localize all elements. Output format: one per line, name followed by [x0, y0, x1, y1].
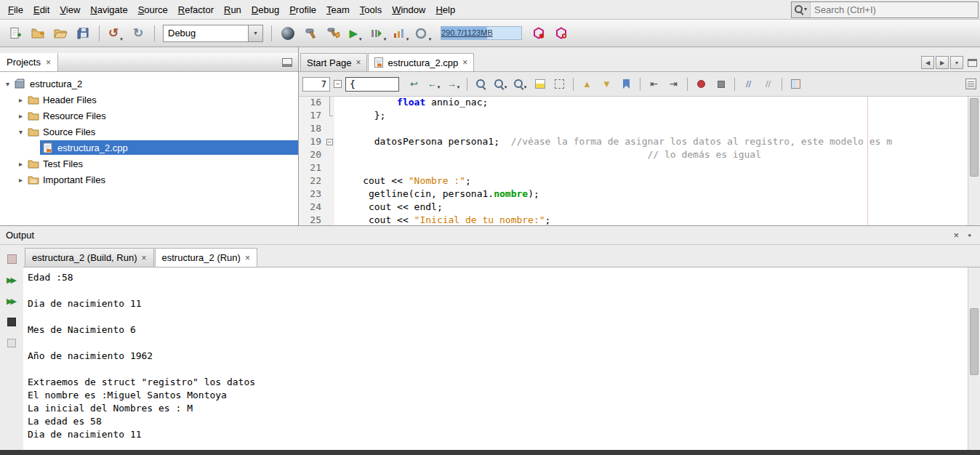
find-icon[interactable]: [472, 76, 490, 92]
menu-window[interactable]: Window: [387, 1, 430, 19]
output-scrollbar-thumb[interactable]: [970, 308, 979, 375]
output-tab-build-run[interactable]: estructura_2 (Build, Run) ×: [25, 248, 154, 267]
menu-navigate[interactable]: Navigate: [85, 1, 132, 19]
profile-project-button[interactable]: ▾: [390, 23, 411, 44]
line-number[interactable]: 23: [299, 188, 325, 201]
menu-view[interactable]: View: [55, 1, 85, 19]
tree-item-resource-files[interactable]: ▸ Resource Files: [0, 108, 298, 124]
previous-bookmark-icon[interactable]: ▲: [578, 76, 596, 92]
editor-scrollbar-thumb[interactable]: [970, 98, 979, 177]
menu-source[interactable]: Source: [133, 1, 173, 19]
scroll-tabs-right-button[interactable]: ▶: [936, 56, 949, 69]
toggle-highlight-icon[interactable]: [531, 76, 549, 92]
save-all-button[interactable]: [72, 23, 94, 44]
minimize-panel-button[interactable]: [282, 58, 292, 67]
code-text[interactable]: };: [334, 110, 385, 123]
menu-help[interactable]: Help: [430, 1, 460, 19]
current-line-box[interactable]: 7: [302, 77, 330, 92]
rerun-with-params-button[interactable]: ▶▶: [4, 293, 20, 309]
line-number[interactable]: 19: [299, 136, 325, 149]
combo-dropdown-button[interactable]: ▾: [248, 25, 262, 41]
tab-estructura-2-cpp[interactable]: estructura_2.cpp ×: [368, 53, 474, 71]
code-text[interactable]: getline(cin, persona1.nombre);: [334, 188, 539, 201]
redo-button[interactable]: ↻: [127, 23, 149, 44]
search-input[interactable]: [811, 3, 978, 17]
find-next-icon[interactable]: ▾: [491, 76, 510, 92]
line-number[interactable]: 22: [299, 175, 325, 188]
run-project-button[interactable]: ▶▾: [345, 23, 366, 44]
fold-column[interactable]: −: [325, 136, 334, 149]
tree-item-important-files[interactable]: ▸ Important Files: [0, 172, 298, 188]
tab-start-page[interactable]: Start Page ×: [300, 53, 367, 71]
quick-search[interactable]: ▾: [791, 1, 979, 18]
comment-icon[interactable]: //: [739, 76, 758, 92]
insert-profiling-point-button[interactable]: [529, 23, 550, 44]
chevron-collapsed-icon[interactable]: ▸: [16, 160, 25, 168]
shift-left-icon[interactable]: ⇤: [645, 76, 663, 92]
run-history-button[interactable]: ▾: [412, 23, 434, 44]
code-text[interactable]: float annio_nac;: [334, 97, 488, 110]
menu-file[interactable]: File: [3, 1, 28, 19]
line-number[interactable]: 20: [299, 149, 325, 162]
clear-output-button[interactable]: [4, 335, 20, 351]
code-text[interactable]: // lo demás es igual: [334, 149, 761, 162]
output-options-button[interactable]: [4, 251, 20, 267]
scroll-tabs-left-button[interactable]: ◀: [921, 56, 934, 69]
menu-run[interactable]: Run: [219, 1, 246, 19]
debug-project-button[interactable]: ▾: [367, 23, 389, 44]
menu-tools[interactable]: Tools: [355, 1, 387, 19]
profiling-points-window-button[interactable]: [551, 23, 573, 44]
editor-scrollbar[interactable]: [968, 97, 980, 225]
stop-macro-recording-icon[interactable]: [712, 76, 730, 92]
code-area[interactable]: 16 float annio_nac;17 };1819− datosPerso…: [299, 97, 980, 225]
toggle-bookmark-icon[interactable]: [617, 76, 635, 92]
code-text[interactable]: cout << "Nombre :";: [334, 175, 471, 188]
output-text[interactable]: Edad :58 Dia de nacimiento 11 Mes de Nac…: [23, 267, 968, 450]
tree-item-test-files[interactable]: ▸ Test Files: [0, 156, 298, 172]
close-icon[interactable]: ×: [356, 58, 361, 67]
tree-item-header-files[interactable]: ▸ Header Files: [0, 92, 298, 108]
chevron-collapsed-icon[interactable]: ▸: [16, 112, 25, 120]
menu-edit[interactable]: Edit: [28, 1, 55, 19]
close-icon[interactable]: ×: [46, 58, 51, 67]
memory-indicator-button[interactable]: 290.7/1123MB: [441, 26, 522, 40]
line-number[interactable]: 25: [299, 214, 325, 225]
last-edit-icon[interactable]: ↩: [405, 76, 423, 92]
start-macro-recording-icon[interactable]: [692, 76, 710, 92]
output-text-area[interactable]: Edad :58 Dia de nacimiento 11 Mes de Nac…: [23, 267, 980, 450]
line-number[interactable]: 16: [299, 97, 325, 110]
chevron-expanded-icon[interactable]: ▾: [16, 128, 25, 136]
rectangular-selection-icon[interactable]: [550, 76, 569, 92]
new-project-button[interactable]: [27, 23, 49, 44]
line-number[interactable]: 21: [299, 162, 325, 175]
line-number[interactable]: 17: [299, 110, 325, 123]
close-icon[interactable]: ×: [462, 58, 467, 67]
close-icon[interactable]: ×: [142, 254, 147, 262]
chevron-expanded-icon[interactable]: ▾: [3, 80, 12, 88]
clean-button[interactable]: [277, 23, 299, 44]
chevron-collapsed-icon[interactable]: ▸: [16, 176, 25, 184]
shift-right-icon[interactable]: ⇥: [664, 76, 683, 92]
run-configuration-select[interactable]: Debug ▾: [163, 25, 263, 42]
maximize-button[interactable]: [968, 59, 977, 67]
uncomment-icon[interactable]: //: [759, 76, 777, 92]
close-panel-icon[interactable]: ×: [954, 230, 960, 241]
forward-icon[interactable]: →▾: [444, 76, 462, 92]
window-menu-icon[interactable]: ●: [968, 232, 971, 238]
diff-icon[interactable]: [787, 76, 805, 92]
new-file-button[interactable]: [4, 23, 26, 44]
tree-item-estructura-2[interactable]: ▾ estructura_2: [0, 76, 298, 92]
code-text[interactable]: cout << "Inicial de tu nombre:";: [334, 214, 550, 225]
menu-profile[interactable]: Profile: [284, 1, 321, 19]
back-icon[interactable]: ←▾: [425, 76, 443, 92]
output-tab-run[interactable]: estructura_2 (Run) ×: [155, 248, 257, 267]
next-bookmark-icon[interactable]: ▼: [598, 76, 616, 92]
editor-sidebar-toggle-button[interactable]: [965, 78, 976, 89]
rerun-button[interactable]: ▶▶: [4, 272, 20, 288]
stop-button[interactable]: [4, 314, 20, 330]
build-project-button[interactable]: [300, 23, 321, 44]
search-icon[interactable]: ▾: [792, 2, 811, 17]
clean-and-build-button[interactable]: [322, 23, 344, 44]
fold-preview-field[interactable]: {: [345, 77, 399, 92]
code-text[interactable]: cout << endl;: [334, 201, 443, 214]
